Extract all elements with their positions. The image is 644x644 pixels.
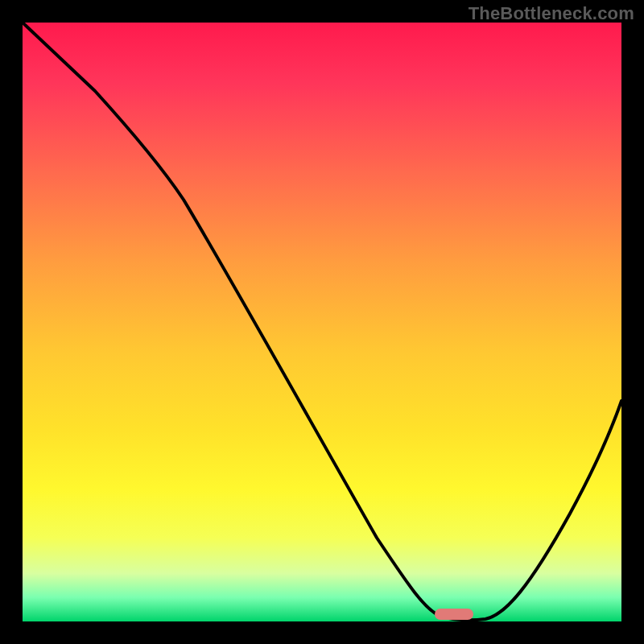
optimal-marker: [435, 609, 473, 620]
bottleneck-curve-svg: [23, 23, 621, 621]
chart-plot-area: [20, 20, 624, 624]
bottleneck-curve-path: [23, 23, 621, 620]
